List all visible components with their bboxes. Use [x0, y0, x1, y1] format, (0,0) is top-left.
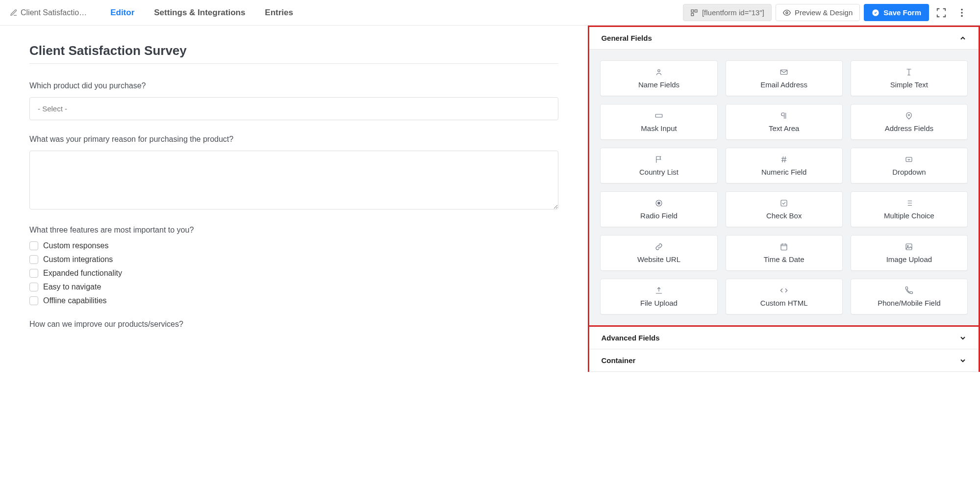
field-features[interactable]: What three features are most important t…	[29, 226, 558, 305]
form-title[interactable]: Client Satisfaction Survey	[29, 43, 558, 64]
checkbox-icon	[29, 283, 38, 291]
checkbox-option[interactable]: Offline capabilities	[29, 296, 558, 305]
checkbox-option[interactable]: Expanded functionality	[29, 269, 558, 278]
field-html[interactable]: Custom HTML	[726, 279, 843, 314]
checkbox-icon	[29, 269, 38, 278]
text-icon	[905, 68, 913, 77]
form-editor: Client Satisfaction Survey Which product…	[0, 26, 588, 372]
shortcode-button[interactable]: [fluentform id="13"]	[683, 4, 772, 21]
calendar-icon	[779, 242, 788, 251]
svg-point-6	[961, 12, 963, 14]
option-label: Offline capabilities	[43, 296, 107, 305]
option-label: Custom responses	[43, 241, 108, 250]
check-circle-icon	[872, 9, 879, 17]
form-name-text: Client Satisfactio…	[21, 8, 87, 17]
svg-rect-0	[691, 10, 694, 12]
save-label: Save Form	[883, 8, 921, 17]
form-name-edit[interactable]: Client Satisfactio…	[10, 8, 87, 17]
field-card-label: Radio Field	[640, 211, 678, 220]
tab-settings[interactable]: Settings & Integrations	[154, 5, 245, 21]
field-product[interactable]: Which product did you purchase? - Select…	[29, 81, 558, 120]
field-textarea[interactable]: Text Area	[726, 104, 843, 140]
field-radio[interactable]: Radio Field	[600, 191, 717, 227]
svg-rect-10	[655, 114, 662, 117]
field-dropdown[interactable]: Dropdown	[851, 148, 968, 183]
field-card-label: Simple Text	[890, 80, 928, 89]
accordion-advanced[interactable]: Advanced Fields	[589, 327, 979, 349]
field-mask[interactable]: Mask Input	[600, 104, 717, 140]
field-label: How can we improve our products/services…	[29, 320, 558, 329]
shortcode-text: [fluentform id="13"]	[702, 8, 764, 17]
svg-point-11	[908, 114, 910, 116]
field-card-label: Multiple Choice	[884, 211, 934, 220]
accordion-title: Advanced Fields	[601, 334, 659, 342]
checkbox-option[interactable]: Easy to navigate	[29, 283, 558, 291]
field-card-label: Text Area	[769, 124, 800, 132]
image-icon	[905, 242, 913, 251]
general-fields-grid: Name Fields Email Address Simple Text Ma…	[589, 50, 979, 325]
field-label: Which product did you purchase?	[29, 81, 558, 90]
pencil-icon	[10, 9, 18, 17]
field-checkbox[interactable]: Check Box	[726, 191, 843, 227]
svg-point-5	[961, 8, 963, 10]
fullscreen-button[interactable]	[933, 4, 950, 21]
field-timedate[interactable]: Time & Date	[726, 235, 843, 271]
field-name[interactable]: Name Fields	[600, 60, 717, 96]
expand-icon	[936, 7, 947, 18]
field-improve[interactable]: How can we improve our products/services…	[29, 320, 558, 329]
select-product[interactable]: - Select -	[29, 97, 558, 120]
svg-point-14	[658, 202, 660, 205]
list-icon	[905, 199, 913, 208]
field-simpletext[interactable]: Simple Text	[851, 60, 968, 96]
eye-icon	[783, 9, 791, 17]
field-multiple[interactable]: Multiple Choice	[851, 191, 968, 227]
field-file[interactable]: File Upload	[600, 279, 717, 314]
field-label: What was your primary reason for purchas…	[29, 135, 558, 144]
field-image[interactable]: Image Upload	[851, 235, 968, 271]
accordion-title: General Fields	[601, 34, 652, 42]
field-url[interactable]: Website URL	[600, 235, 717, 271]
tab-editor[interactable]: Editor	[110, 5, 134, 21]
field-country[interactable]: Country List	[600, 148, 717, 183]
accordion-container[interactable]: Container	[589, 349, 979, 372]
person-icon	[654, 68, 663, 77]
svg-rect-15	[781, 200, 787, 206]
radio-icon	[654, 199, 663, 208]
field-card-label: Numeric Field	[761, 168, 807, 176]
field-reason[interactable]: What was your primary reason for purchas…	[29, 135, 558, 211]
option-label: Custom integrations	[43, 255, 113, 264]
link-icon	[654, 242, 663, 251]
tab-entries[interactable]: Entries	[265, 5, 293, 21]
checkbox-icon	[29, 255, 38, 264]
field-phone[interactable]: Phone/Mobile Field	[851, 279, 968, 314]
main-area: Client Satisfaction Survey Which product…	[0, 26, 980, 372]
svg-rect-17	[906, 244, 912, 250]
field-email[interactable]: Email Address	[726, 60, 843, 96]
field-card-label: Mask Input	[641, 124, 677, 132]
checkbox-option[interactable]: Custom responses	[29, 241, 558, 250]
preview-button[interactable]: Preview & Design	[776, 4, 860, 21]
field-card-label: Name Fields	[638, 80, 679, 89]
kebab-icon	[956, 7, 967, 18]
accordion-general[interactable]: General Fields	[589, 27, 979, 50]
chevron-down-icon	[959, 334, 967, 342]
field-address[interactable]: Address Fields	[851, 104, 968, 140]
paragraph-icon	[779, 111, 788, 120]
flag-icon	[654, 155, 663, 164]
preview-label: Preview & Design	[795, 8, 853, 17]
option-label: Easy to navigate	[43, 283, 101, 291]
field-card-label: Email Address	[760, 80, 807, 89]
svg-rect-1	[695, 10, 697, 12]
shortcode-icon	[690, 9, 698, 17]
field-numeric[interactable]: Numeric Field	[726, 148, 843, 183]
textarea-reason[interactable]	[29, 151, 558, 209]
fields-panel: General Fields Name Fields Email Address…	[588, 26, 980, 372]
more-button[interactable]	[954, 4, 970, 21]
save-button[interactable]: Save Form	[864, 4, 929, 21]
svg-rect-2	[691, 13, 694, 16]
chevron-up-icon	[959, 34, 967, 42]
chevron-down-icon	[959, 357, 967, 365]
checkbox-option[interactable]: Custom integrations	[29, 255, 558, 264]
field-card-label: File Upload	[640, 299, 678, 307]
accordion-title: Container	[601, 356, 635, 365]
